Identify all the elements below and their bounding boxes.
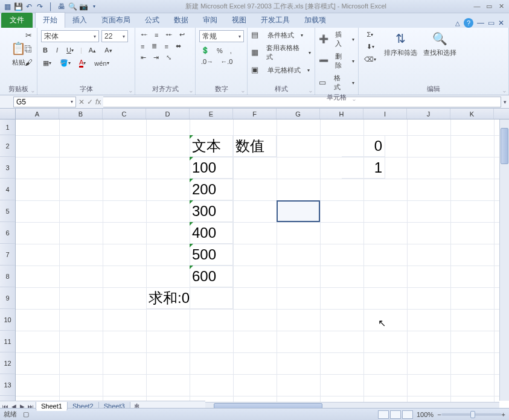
- window-close-icon[interactable]: ✕: [498, 19, 504, 27]
- row-header[interactable]: 7: [0, 244, 15, 266]
- col-header[interactable]: C: [103, 109, 146, 119]
- fx-expand-icon[interactable]: ▾: [501, 99, 509, 105]
- col-header[interactable]: I: [363, 109, 407, 119]
- zoom-in-icon[interactable]: +: [502, 411, 505, 418]
- grow-font-button[interactable]: A▴: [87, 46, 98, 54]
- select-all-corner[interactable]: [0, 109, 16, 119]
- copy-icon[interactable]: ⿻: [24, 44, 33, 54]
- align-right-icon[interactable]: ≡: [162, 42, 170, 51]
- macro-record-icon[interactable]: ▢: [23, 410, 29, 418]
- row-header[interactable]: 1: [0, 119, 15, 135]
- qat-more-icon[interactable]: ▾: [89, 2, 99, 11]
- orientation-icon[interactable]: ⤡: [164, 53, 173, 62]
- col-header[interactable]: B: [59, 109, 103, 119]
- cell-d7[interactable]: 500: [190, 244, 233, 266]
- preview-icon[interactable]: 🔍: [68, 2, 77, 11]
- camera-icon[interactable]: 📷: [78, 2, 88, 11]
- sheet-tab-1[interactable]: Sheet1: [36, 402, 68, 411]
- fx-cancel-icon[interactable]: ✕: [78, 98, 85, 106]
- cell-e2[interactable]: 数值: [233, 135, 277, 157]
- name-box[interactable]: G5▾: [13, 97, 76, 107]
- minimize-icon[interactable]: —: [473, 2, 481, 10]
- col-header[interactable]: D: [146, 109, 190, 119]
- row-header[interactable]: 12: [0, 352, 15, 374]
- view-normal-icon[interactable]: [378, 410, 389, 419]
- help-icon[interactable]: ?: [464, 18, 473, 28]
- font-size-select[interactable]: 22▾: [101, 30, 128, 42]
- tab-data[interactable]: 数据: [167, 13, 196, 28]
- view-pagelayout-icon[interactable]: [390, 410, 401, 419]
- row-header[interactable]: 4: [0, 179, 15, 200]
- zoom-level[interactable]: 100%: [417, 411, 434, 418]
- row-header[interactable]: 8: [0, 266, 15, 287]
- col-header[interactable]: G: [277, 109, 320, 119]
- align-center-icon[interactable]: ≣: [150, 42, 159, 51]
- col-header[interactable]: K: [450, 109, 494, 119]
- col-header[interactable]: F: [233, 109, 277, 119]
- cell-d8[interactable]: 600: [190, 266, 233, 287]
- clear-icon[interactable]: ⌫ ▾: [362, 55, 378, 64]
- view-pagebreak-icon[interactable]: [402, 410, 413, 419]
- window-restore-icon[interactable]: ▭: [488, 19, 495, 27]
- col-header[interactable]: A: [16, 109, 59, 119]
- row-header[interactable]: 3: [0, 157, 15, 179]
- tab-insert[interactable]: 插入: [65, 13, 94, 28]
- tab-home[interactable]: 开始: [35, 12, 65, 28]
- tab-formulas[interactable]: 公式: [138, 13, 167, 28]
- italic-button[interactable]: I: [54, 46, 60, 54]
- tab-file[interactable]: 文件: [1, 13, 33, 28]
- decrease-decimal-icon[interactable]: ←.0: [219, 57, 234, 66]
- tab-developer[interactable]: 开发工具: [254, 13, 297, 28]
- underline-button[interactable]: U ▾: [65, 46, 75, 54]
- cell-d5[interactable]: 300: [190, 200, 233, 222]
- col-header[interactable]: E: [190, 109, 233, 119]
- find-select-button[interactable]: 🔍 查找和选择: [423, 30, 456, 57]
- font-name-select[interactable]: 宋体▾: [41, 30, 99, 42]
- cells-area[interactable]: 文本 数值 0 100 1 200 300 400 500 600 求和:0: [16, 119, 509, 412]
- redo-icon[interactable]: ↷: [35, 2, 45, 11]
- number-format-select[interactable]: 常规▾: [199, 30, 244, 42]
- conditional-format-button[interactable]: ▤ 条件格式 ▾: [251, 30, 311, 40]
- currency-icon[interactable]: 💲: [199, 46, 211, 55]
- row-header[interactable]: 5: [0, 200, 15, 222]
- phonetic-button[interactable]: wén ▾: [92, 59, 110, 68]
- percent-icon[interactable]: %: [215, 46, 225, 55]
- fx-icon[interactable]: fx: [95, 98, 101, 106]
- window-minimize-icon[interactable]: —: [477, 19, 484, 27]
- tab-review[interactable]: 审阅: [196, 13, 225, 28]
- fill-color-button[interactable]: 🪣 ▾: [58, 59, 72, 68]
- fill-icon[interactable]: ⬇ ▾: [362, 42, 378, 51]
- zoom-out-icon[interactable]: −: [437, 411, 441, 418]
- row-header[interactable]: 13: [0, 374, 15, 396]
- undo-icon[interactable]: ↶: [24, 2, 34, 11]
- shrink-font-button[interactable]: A▾: [103, 46, 114, 54]
- tab-addins[interactable]: 加载项: [297, 13, 333, 28]
- align-top-icon[interactable]: ⬴: [139, 30, 149, 39]
- row-header[interactable]: 2: [0, 135, 15, 157]
- bold-button[interactable]: B: [41, 46, 50, 54]
- maximize-icon[interactable]: ▭: [485, 2, 493, 10]
- scroll-thumb[interactable]: [501, 128, 508, 164]
- cell-d6[interactable]: 400: [190, 222, 233, 244]
- cell-d2[interactable]: 文本: [190, 135, 233, 157]
- zoom-slider[interactable]: [441, 413, 502, 416]
- increase-decimal-icon[interactable]: .0→: [199, 57, 215, 66]
- table-format-button[interactable]: ▦ 套用表格格式 ▾: [251, 43, 311, 62]
- align-left-icon[interactable]: ≡: [139, 42, 146, 51]
- close-icon[interactable]: ✕: [497, 2, 505, 10]
- zoom-knob[interactable]: [470, 411, 475, 418]
- cell-d4[interactable]: 200: [190, 179, 233, 200]
- vertical-scrollbar[interactable]: [499, 119, 509, 401]
- indent-dec-icon[interactable]: ⇤: [139, 53, 148, 62]
- ribbon-minimize-icon[interactable]: △: [455, 20, 460, 27]
- cell-h3[interactable]: 1: [342, 157, 385, 179]
- font-color-button[interactable]: A ▾: [77, 58, 88, 68]
- wrap-text-icon[interactable]: ↩: [178, 30, 187, 39]
- fx-confirm-icon[interactable]: ✓: [87, 98, 93, 106]
- cell-d3[interactable]: 100: [190, 157, 233, 179]
- cell-style-button[interactable]: ▣ 单元格样式 ▾: [251, 65, 311, 75]
- autosum-icon[interactable]: Σ ▾: [362, 30, 378, 39]
- print-icon[interactable]: 🖶: [57, 2, 66, 11]
- align-middle-icon[interactable]: ≡: [153, 30, 160, 39]
- sort-filter-button[interactable]: ⇅ 排序和筛选: [384, 30, 417, 57]
